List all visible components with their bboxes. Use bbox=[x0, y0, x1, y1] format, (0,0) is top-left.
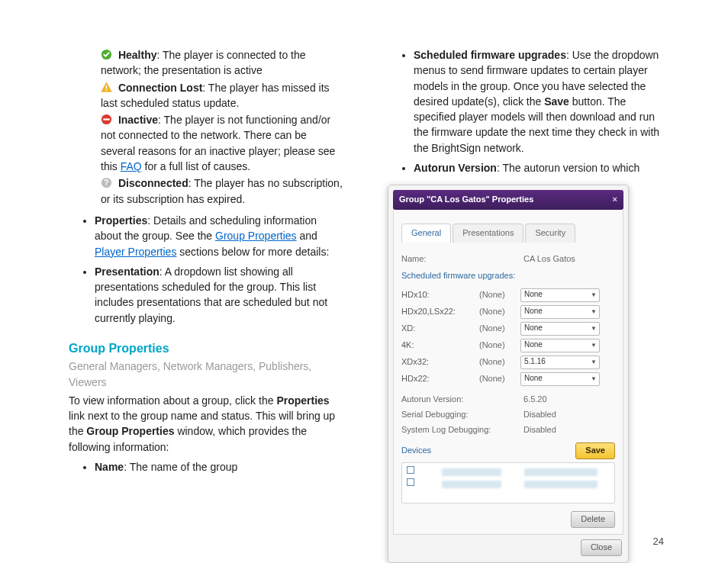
fw-current: (None) bbox=[479, 323, 520, 335]
group-properties-paragraph: To view information about a group, click… bbox=[69, 393, 343, 455]
devices-table bbox=[401, 462, 615, 503]
warning-icon bbox=[101, 82, 112, 93]
healthy-label: Healthy bbox=[118, 49, 157, 61]
name-text: : The name of the group bbox=[124, 461, 237, 473]
connlost-label: Connection Lost bbox=[118, 82, 202, 94]
fw-row: XD: (None) None bbox=[401, 320, 615, 337]
sfu-save-bold: Save bbox=[544, 95, 569, 108]
fw-dropdown[interactable]: None bbox=[520, 372, 600, 386]
fw-row: HDx22: (None) None bbox=[401, 371, 615, 388]
fw-dropdown[interactable]: None bbox=[520, 322, 600, 336]
properties-text-c: sections below for more details: bbox=[176, 246, 329, 258]
bullet-presentation: Presentation: A dropdown list showing al… bbox=[95, 264, 343, 326]
properties-text-b: and bbox=[297, 230, 317, 242]
dlg-syslog-label: System Log Debugging: bbox=[401, 424, 523, 436]
dialog-titlebar: Group "CA Los Gatos" Properties × bbox=[393, 190, 623, 210]
devices-header: Devices bbox=[401, 445, 431, 457]
svg-rect-2 bbox=[106, 85, 108, 88]
sfu-label: Scheduled firmware upgrades bbox=[414, 49, 566, 61]
bullet-properties: Properties: Details and scheduling infor… bbox=[95, 213, 343, 259]
fw-model: HDx22: bbox=[401, 373, 479, 385]
delete-button[interactable]: Delete bbox=[571, 511, 615, 528]
dialog-title-text: Group "CA Los Gatos" Properties bbox=[399, 194, 533, 206]
healthy-icon bbox=[101, 49, 112, 60]
tab-security[interactable]: Security bbox=[525, 224, 575, 243]
page-number: 24 bbox=[653, 535, 664, 549]
fw-current: (None) bbox=[479, 339, 520, 352]
status-connection-lost: Connection Lost: The player has missed i… bbox=[101, 80, 343, 111]
dlg-sfu-header: Scheduled firmware upgrades: bbox=[401, 270, 615, 282]
fw-current: (None) bbox=[479, 289, 520, 301]
tab-general[interactable]: General bbox=[401, 224, 451, 243]
dlg-autorun-label: Autorun Version: bbox=[401, 394, 523, 406]
fw-dropdown[interactable]: None bbox=[520, 288, 600, 302]
svg-text:?: ? bbox=[104, 179, 108, 188]
status-disconnected: ? Disconnected: The player has no subscr… bbox=[101, 175, 343, 207]
fw-row: 4K: (None) None bbox=[401, 337, 615, 354]
dlg-serial-value: Disabled bbox=[523, 409, 556, 421]
status-healthy: Healthy: The player is connected to the … bbox=[101, 47, 343, 79]
save-button[interactable]: Save bbox=[575, 442, 615, 459]
autorun-label: Autorun Version bbox=[414, 162, 497, 174]
inactive-icon bbox=[101, 114, 112, 125]
properties-label: Properties bbox=[95, 214, 147, 227]
section-heading-group-properties: Group Properties bbox=[69, 339, 343, 357]
fw-model: HDx20,LSx22: bbox=[401, 306, 479, 318]
disconnected-icon: ? bbox=[101, 177, 112, 188]
close-icon[interactable]: × bbox=[613, 194, 617, 206]
name-label: Name bbox=[95, 461, 124, 473]
fw-row: HDx20,LSx22: (None) None bbox=[401, 304, 615, 320]
fw-current: (None) bbox=[479, 306, 520, 318]
dlg-autorun-value: 6.5.20 bbox=[523, 394, 547, 406]
fw-row: HDx10: (None) None bbox=[401, 287, 615, 304]
fw-model: XDx32: bbox=[401, 356, 479, 368]
fw-current: (None) bbox=[479, 373, 520, 385]
para-a: To view information about a group, click… bbox=[69, 394, 276, 407]
fw-model: XD: bbox=[401, 323, 479, 335]
autorun-text: : The autorun version to which bbox=[497, 162, 639, 174]
dlg-serial-label: Serial Debugging: bbox=[401, 409, 523, 421]
bullet-autorun: Autorun Version: The autorun version to … bbox=[414, 160, 662, 175]
dlg-syslog-value: Disabled bbox=[523, 424, 556, 436]
player-properties-link[interactable]: Player Properties bbox=[95, 246, 176, 258]
svg-rect-5 bbox=[103, 119, 109, 121]
presentation-label: Presentation bbox=[95, 265, 159, 278]
tab-presentations[interactable]: Presentations bbox=[453, 224, 523, 243]
para-bold-1: Properties bbox=[276, 394, 329, 407]
inactive-label: Inactive bbox=[118, 114, 158, 126]
disconnected-label: Disconnected bbox=[118, 177, 188, 189]
roles-list: General Managers, Network Managers, Publ… bbox=[69, 359, 343, 390]
fw-row: XDx32: (None) 5.1.16 bbox=[401, 354, 615, 371]
group-properties-link[interactable]: Group Properties bbox=[215, 230, 297, 242]
faq-link[interactable]: FAQ bbox=[121, 160, 142, 172]
bullet-scheduled-firmware: Scheduled firmware upgrades: Use the dro… bbox=[414, 47, 662, 156]
dlg-name-label: Name: bbox=[401, 253, 523, 265]
status-inactive: Inactive: The player is not functioning … bbox=[101, 112, 343, 174]
para-bold-2: Group Properties bbox=[86, 425, 174, 437]
bullet-name: Name: The name of the group bbox=[95, 459, 343, 475]
fw-dropdown[interactable]: None bbox=[520, 339, 600, 352]
close-button[interactable]: Close bbox=[581, 539, 622, 556]
group-properties-dialog: Group "CA Los Gatos" Properties × Genera… bbox=[388, 185, 629, 562]
inactive-text-b: for a full list of causes. bbox=[142, 160, 250, 172]
svg-rect-3 bbox=[106, 89, 108, 91]
fw-dropdown[interactable]: None bbox=[520, 305, 600, 319]
fw-model: 4K: bbox=[401, 339, 479, 352]
fw-model: HDx10: bbox=[401, 289, 479, 301]
fw-current: (None) bbox=[479, 356, 520, 368]
fw-dropdown[interactable]: 5.1.16 bbox=[520, 355, 600, 369]
dlg-name-value: CA Los Gatos bbox=[523, 253, 575, 265]
